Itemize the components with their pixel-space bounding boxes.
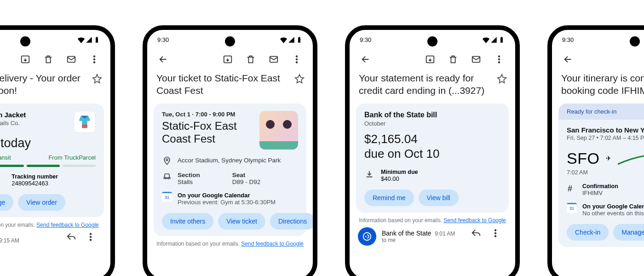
view-order-button[interactable]: View order xyxy=(18,194,65,211)
svg-point-4 xyxy=(93,62,95,63)
flight-arc: 6h 4m xyxy=(618,151,644,165)
seat-icon xyxy=(162,172,172,181)
flight-card: Ready for check-in San Francisco to New … xyxy=(558,104,644,247)
phone-bill: 9:30 Your statement is ready for credit … xyxy=(345,25,520,276)
view-bill-button[interactable]: View bill xyxy=(419,190,459,206)
back-button[interactable] xyxy=(356,50,375,69)
svg-point-2 xyxy=(93,56,95,58)
flight-times: Fri, Sep 27 • 7:02 AM – 4:15 PM xyxy=(567,135,644,141)
more-button[interactable] xyxy=(489,50,509,69)
battery-icon xyxy=(93,36,100,43)
airport-code: SFO xyxy=(567,150,599,167)
event-image xyxy=(259,111,298,150)
checkin-strip: Ready for check-in xyxy=(558,104,644,120)
departure-time: 7:02 AM xyxy=(567,169,644,176)
battery-icon xyxy=(498,36,505,43)
disclaimer: Information based on your emails. Send f… xyxy=(350,217,515,224)
bill-amount: $2,165.04 xyxy=(364,132,500,147)
back-button[interactable] xyxy=(558,50,578,69)
delete-button[interactable] xyxy=(39,50,58,69)
svg-rect-14 xyxy=(165,174,169,178)
star-icon[interactable] xyxy=(497,74,507,84)
svg-point-21 xyxy=(365,236,367,237)
more-button[interactable] xyxy=(287,50,306,69)
wifi-icon xyxy=(78,36,85,43)
feedback-link[interactable]: Send feedback to Google xyxy=(443,217,506,224)
location-pin-icon xyxy=(162,156,172,165)
svg-point-6 xyxy=(90,236,92,238)
sender-more-button[interactable] xyxy=(490,228,507,245)
event-title: Static-Fox East Coast Fest xyxy=(162,120,255,146)
mail-button[interactable] xyxy=(62,50,81,69)
track-package-button[interactable]: Track package xyxy=(0,194,13,211)
sender-row[interactable]: Alpine Trails Co. 9:15 AM xyxy=(0,228,110,252)
calendar-info: On your Google Calendar No other events … xyxy=(582,203,644,217)
calendar-icon xyxy=(567,203,577,213)
svg-point-5 xyxy=(90,233,92,235)
seat-number: Seat D89 - D92 xyxy=(232,172,261,185)
mail-button[interactable] xyxy=(264,50,283,69)
mail-button[interactable] xyxy=(466,50,486,69)
back-button[interactable] xyxy=(154,50,173,69)
seat-section: Section Stalls xyxy=(178,172,200,185)
disclaimer: Information based on your emails. Send f… xyxy=(147,241,313,247)
phone-shipping: Ready for delivery - Your order is arriv… xyxy=(0,25,115,276)
confirmation-code: Confirmation IFHIMV xyxy=(582,183,618,196)
feedback-link[interactable]: Send feedback to Google xyxy=(241,241,303,247)
phone-flight: 9:30 Your itinerary is confirmed - booki… xyxy=(547,25,644,276)
event-card: Tue, Oct 1 · 7:00 - 9:00 PM Static-Fox E… xyxy=(154,104,306,236)
phone-ticket: 9:30 Your ticket to Static-Fox East Coas… xyxy=(143,25,317,276)
delete-button[interactable] xyxy=(241,50,260,69)
status-bar xyxy=(0,30,110,45)
email-toolbar xyxy=(0,45,110,72)
email-subject: Your statement is ready for credit card … xyxy=(359,72,492,97)
camera-notch xyxy=(225,36,235,46)
svg-point-12 xyxy=(296,62,298,63)
svg-point-19 xyxy=(498,62,500,63)
checkin-button[interactable]: Check-in xyxy=(567,224,609,241)
archive-button[interactable] xyxy=(16,50,35,69)
progress-bar xyxy=(0,165,96,167)
reply-button[interactable] xyxy=(471,228,488,245)
arrival-headline: Arriving today xyxy=(0,136,96,150)
carrier-text: From TruckParcel xyxy=(48,154,96,161)
invite-others-button[interactable]: Invite others xyxy=(162,213,213,230)
view-ticket-button[interactable]: View ticket xyxy=(218,213,265,230)
svg-point-22 xyxy=(494,229,496,231)
svg-point-23 xyxy=(494,232,496,234)
wifi-icon xyxy=(483,36,489,43)
archive-button[interactable] xyxy=(218,50,237,69)
camera-notch xyxy=(630,36,640,46)
ship-status-text: ConfirmedIn transit xyxy=(0,154,11,161)
battery-icon xyxy=(296,36,303,43)
sender-row[interactable]: Bank of the State 9:01 AM to me xyxy=(350,224,515,249)
star-icon[interactable] xyxy=(92,74,102,84)
directions-button[interactable]: Directions xyxy=(270,213,315,230)
flight-route: San Francisco to New York xyxy=(567,126,644,134)
download-icon xyxy=(364,169,374,181)
plane-icon: ✈ xyxy=(606,155,611,162)
svg-point-20 xyxy=(363,232,371,240)
delete-button[interactable] xyxy=(443,50,463,69)
svg-point-11 xyxy=(296,58,298,60)
status-time: 9:30 xyxy=(360,36,371,43)
svg-point-10 xyxy=(296,56,298,58)
remind-me-button[interactable]: Remind me xyxy=(364,190,414,206)
archive-button[interactable] xyxy=(420,50,440,69)
reply-button[interactable] xyxy=(66,232,83,248)
manage-booking-button[interactable]: Manage booking xyxy=(613,224,644,241)
svg-point-3 xyxy=(93,58,95,60)
vendor-name: Sold by Alpine Trails Co. xyxy=(0,120,69,126)
feedback-link[interactable]: Send feedback to Google xyxy=(36,222,98,228)
wifi-icon xyxy=(280,36,287,43)
star-icon[interactable] xyxy=(294,74,305,84)
calendar-icon xyxy=(162,192,172,202)
svg-point-24 xyxy=(494,235,496,237)
bill-card: Bank of the State bill October $2,165.04… xyxy=(356,104,509,213)
svg-point-18 xyxy=(498,58,500,60)
more-button[interactable] xyxy=(85,50,104,69)
svg-point-13 xyxy=(166,159,168,161)
status-time: 9:30 xyxy=(157,36,169,43)
sender-more-button[interactable] xyxy=(86,232,102,248)
bill-title: Bank of the State bill xyxy=(364,111,500,119)
